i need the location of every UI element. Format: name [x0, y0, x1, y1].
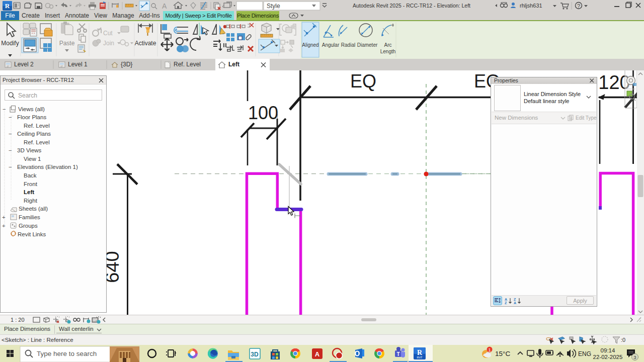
- svg-text:R: R: [417, 349, 423, 356]
- svg-text:Front: Front: [24, 181, 38, 187]
- svg-text:R: R: [5, 2, 10, 10]
- svg-text:Floor Plans: Floor Plans: [17, 114, 46, 120]
- svg-text:Paste: Paste: [59, 40, 75, 47]
- svg-text:Left: Left: [24, 189, 34, 195]
- svg-text:A: A: [505, 298, 507, 301]
- svg-text:Arc: Arc: [384, 42, 392, 48]
- svg-text:Length: Length: [380, 49, 396, 54]
- svg-text:3D Views: 3D Views: [17, 147, 42, 153]
- svg-text:Aligned: Aligned: [302, 42, 318, 48]
- svg-text:Views (all): Views (all): [18, 106, 45, 112]
- svg-text:rhljsh631: rhljsh631: [520, 3, 542, 9]
- svg-text:3: 3: [633, 354, 636, 360]
- svg-text:View 1: View 1: [24, 156, 41, 162]
- svg-text:Groups: Groups: [19, 223, 38, 229]
- svg-text:Families: Families: [19, 214, 40, 220]
- svg-text:Autodesk Revit 2025 - RCC-TR12: Autodesk Revit 2025 - RCC-TR12 - Elevati…: [353, 3, 470, 9]
- svg-text:Ref. Level: Ref. Level: [24, 139, 50, 145]
- svg-text:Sheets (all): Sheets (all): [19, 206, 48, 212]
- svg-text:Diameter: Diameter: [357, 42, 378, 48]
- svg-text:−: −: [9, 114, 12, 120]
- svg-text:Right: Right: [24, 198, 38, 204]
- svg-text:Revit Links: Revit Links: [18, 231, 46, 237]
- svg-text:3D: 3D: [251, 351, 259, 358]
- svg-text:Radial: Radial: [341, 42, 355, 48]
- svg-text:−: −: [9, 147, 12, 153]
- svg-text:Z: Z: [505, 301, 507, 305]
- svg-text:Activate: Activate: [135, 40, 156, 47]
- svg-text:−: −: [9, 131, 12, 137]
- svg-text:RVT: RVT: [417, 356, 423, 359]
- svg-text:Ceiling Plans: Ceiling Plans: [17, 131, 51, 137]
- svg-text::0: :0: [621, 337, 625, 343]
- svg-text:ENG: ENG: [578, 350, 591, 357]
- svg-text:Angular: Angular: [322, 42, 340, 48]
- svg-text:?: ?: [577, 3, 580, 9]
- svg-text:Modify: Modify: [1, 40, 19, 47]
- svg-text:A: A: [162, 2, 167, 10]
- svg-text:Back: Back: [24, 172, 37, 178]
- svg-text:EQ: EQ: [350, 71, 376, 92]
- svg-text:Elevations (Elevation 1): Elevations (Elevation 1): [17, 164, 78, 170]
- svg-text:22-02-2025: 22-02-2025: [593, 354, 623, 360]
- svg-text:−: −: [9, 164, 12, 170]
- svg-text:Cut: Cut: [103, 30, 113, 37]
- svg-text:T: T: [396, 351, 399, 357]
- svg-text:+: +: [2, 223, 6, 229]
- svg-text:1 : 20: 1 : 20: [11, 317, 25, 323]
- svg-text:100: 100: [248, 103, 278, 123]
- svg-text:Z: Z: [514, 298, 516, 301]
- svg-text:09:14: 09:14: [601, 347, 615, 353]
- svg-text:A: A: [514, 301, 516, 305]
- svg-text:15°C: 15°C: [495, 350, 510, 357]
- svg-text:+: +: [2, 214, 6, 220]
- svg-text:1: 1: [488, 347, 491, 352]
- svg-text:Type here to search: Type here to search: [37, 350, 97, 357]
- svg-text:A: A: [315, 350, 320, 358]
- svg-text:Ref. Level: Ref. Level: [24, 123, 50, 129]
- svg-text:Style: Style: [267, 3, 280, 10]
- svg-text:Join: Join: [103, 40, 114, 47]
